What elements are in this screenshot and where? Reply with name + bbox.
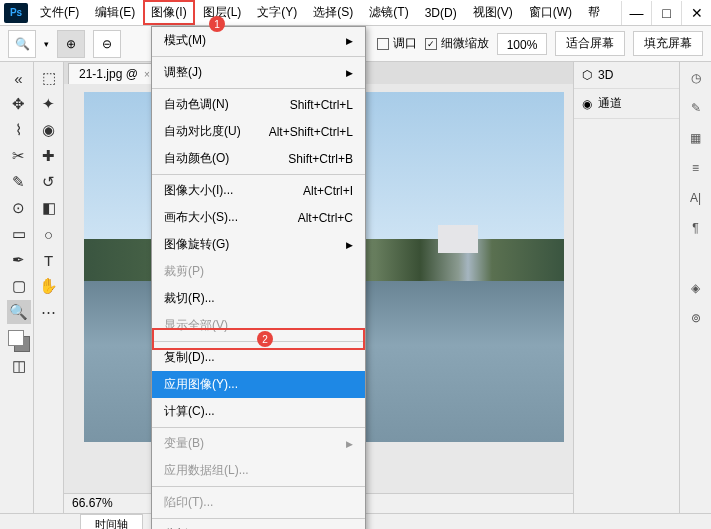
menu-item[interactable]: 计算(C)... (152, 398, 365, 425)
character-icon[interactable]: A| (686, 188, 706, 208)
eyedropper-tool[interactable]: ◉ (37, 118, 61, 142)
dodge-tool[interactable]: ○ (37, 222, 61, 246)
panel-label: 3D (598, 68, 613, 82)
brush-panel-icon[interactable]: ✎ (686, 98, 706, 118)
history-icon[interactable]: ◷ (686, 68, 706, 88)
close-button[interactable]: ✕ (681, 1, 711, 25)
menu-file[interactable]: 文件(F) (32, 0, 87, 25)
scrubby-zoom-label: 细微缩放 (441, 35, 489, 52)
menu-filter[interactable]: 滤镜(T) (361, 0, 416, 25)
stamp-tool[interactable]: ⊙ (7, 196, 31, 220)
resize-window-checkbox[interactable]: 调口 (377, 35, 417, 52)
panel-label: 通道 (598, 95, 622, 112)
pen-tool[interactable]: ✒ (7, 248, 31, 272)
menu-item[interactable]: 画布大小(S)...Alt+Ctrl+C (152, 204, 365, 231)
app-logo: Ps (4, 3, 28, 23)
menu-item[interactable]: 自动对比度(U)Alt+Shift+Ctrl+L (152, 118, 365, 145)
menu-item[interactable]: 裁切(R)... (152, 285, 365, 312)
menu-item[interactable]: 应用图像(Y)... (152, 371, 365, 398)
fill-screen-button[interactable]: 填充屏幕 (633, 31, 703, 56)
menu-item[interactable]: 图像大小(I)...Alt+Ctrl+I (152, 177, 365, 204)
menu-item[interactable]: 自动颜色(O)Shift+Ctrl+B (152, 145, 365, 172)
paragraph-icon[interactable]: ¶ (686, 218, 706, 238)
quickmask-tool[interactable]: ◫ (7, 354, 31, 378)
annotation-badge-2: 2 (257, 331, 273, 347)
menu-3d[interactable]: 3D(D) (417, 2, 465, 24)
image-menu-dropdown: 模式(M)▶调整(J)▶自动色调(N)Shift+Ctrl+L自动对比度(U)A… (151, 26, 366, 529)
adjustments-icon[interactable]: ≡ (686, 158, 706, 178)
collapse-icon[interactable]: « (7, 66, 31, 90)
menu-item: 陷印(T)... (152, 489, 365, 516)
menubar: Ps 文件(F) 编辑(E) 图像(I) 图层(L) 文字(Y) 选择(S) 滤… (0, 0, 711, 26)
color-swatches[interactable] (8, 330, 30, 352)
menu-type[interactable]: 文字(Y) (249, 0, 305, 25)
brush-tool[interactable]: ✎ (7, 170, 31, 194)
zoom-100-button[interactable]: 100% (497, 33, 547, 55)
menu-help[interactable]: 帮 (580, 0, 608, 25)
annotation-badge-1: 1 (209, 16, 225, 32)
zoom-level[interactable]: 66.67% (72, 496, 113, 510)
dropdown-caret-icon[interactable]: ▾ (44, 39, 49, 49)
eraser-tool[interactable]: ◧ (37, 196, 61, 220)
toolbox-left-col2: ⬚ ✦ ◉ ✚ ↺ ◧ ○ T ✋ ⋯ (34, 62, 64, 513)
canvas-building (438, 225, 478, 253)
right-icon-strip: ◷ ✎ ▦ ≡ A| ¶ ◈ ⊚ (679, 62, 711, 513)
tab-close-icon[interactable]: × (144, 69, 150, 80)
foreground-color[interactable] (8, 330, 24, 346)
shape-tool[interactable]: ▢ (7, 274, 31, 298)
menu-item: 应用数据组(L)... (152, 457, 365, 484)
menu-edit[interactable]: 编辑(E) (87, 0, 143, 25)
crop-tool[interactable]: ✂ (7, 144, 31, 168)
document-tab-1[interactable]: 21-1.jpg @ × (68, 63, 161, 84)
cube-icon: ⬡ (582, 68, 592, 82)
ellipsis-tool[interactable]: ⋯ (37, 300, 61, 324)
libraries-icon[interactable]: ⊚ (686, 308, 706, 328)
lasso-tool[interactable]: ⌇ (7, 118, 31, 142)
zoom-out-icon[interactable]: ⊖ (93, 30, 121, 58)
menu-item: 变量(B)▶ (152, 430, 365, 457)
menu-image[interactable]: 图像(I) (143, 0, 194, 25)
zoom-tool[interactable]: 🔍 (7, 300, 31, 324)
fit-screen-button[interactable]: 适合屏幕 (555, 31, 625, 56)
gradient-tool[interactable]: ▭ (7, 222, 31, 246)
layers-icon[interactable]: ◈ (686, 278, 706, 298)
swatches-icon[interactable]: ▦ (686, 128, 706, 148)
menu-item[interactable]: 调整(J)▶ (152, 59, 365, 86)
right-panel: ⬡ 3D ◉ 通道 (573, 62, 679, 513)
menu-item[interactable]: 分析(A)▶ (152, 521, 365, 529)
move-tool[interactable]: ✥ (7, 92, 31, 116)
tab-title: 21-1.jpg @ (79, 67, 138, 81)
channels-icon: ◉ (582, 97, 592, 111)
minimize-button[interactable]: ― (621, 1, 651, 25)
menu-item: 裁剪(P) (152, 258, 365, 285)
hand-tool[interactable]: ✋ (37, 274, 61, 298)
checkbox-checked-icon: ✓ (425, 38, 437, 50)
toolbox-left-col1: « ✥ ⌇ ✂ ✎ ⊙ ▭ ✒ ▢ 🔍 ◫ (4, 62, 34, 513)
wand-tool[interactable]: ✦ (37, 92, 61, 116)
menu-item[interactable]: 自动色调(N)Shift+Ctrl+L (152, 91, 365, 118)
type-tool[interactable]: T (37, 248, 61, 272)
menu-view[interactable]: 视图(V) (465, 0, 521, 25)
window-controls: ― □ ✕ (621, 1, 711, 25)
scrubby-zoom-checkbox[interactable]: ✓ 细微缩放 (425, 35, 489, 52)
resize-window-label: 调口 (393, 35, 417, 52)
menu-item[interactable]: 图像旋转(G)▶ (152, 231, 365, 258)
menu-item[interactable]: 模式(M)▶ (152, 27, 365, 54)
zoom-in-icon[interactable]: ⊕ (57, 30, 85, 58)
menu-window[interactable]: 窗口(W) (521, 0, 580, 25)
timeline-tab[interactable]: 时间轴 (80, 514, 143, 529)
panel-3d[interactable]: ⬡ 3D (574, 62, 679, 89)
marquee-tool[interactable]: ⬚ (37, 66, 61, 90)
maximize-button[interactable]: □ (651, 1, 681, 25)
checkbox-icon (377, 38, 389, 50)
panel-channels[interactable]: ◉ 通道 (574, 89, 679, 119)
menu-select[interactable]: 选择(S) (305, 0, 361, 25)
tool-preset-icon[interactable]: 🔍 (8, 30, 36, 58)
heal-tool[interactable]: ✚ (37, 144, 61, 168)
history-brush-tool[interactable]: ↺ (37, 170, 61, 194)
